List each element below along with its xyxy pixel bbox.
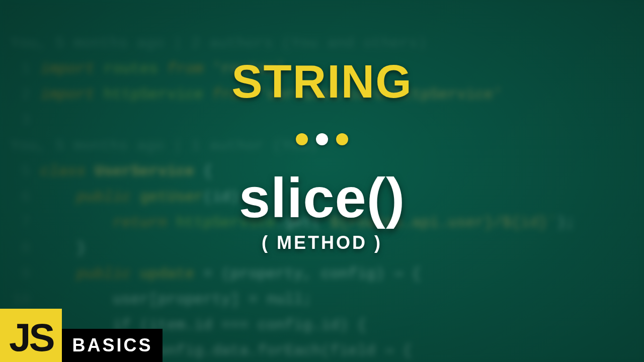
divider-dots	[296, 133, 348, 145]
title-string: STRING	[231, 55, 413, 108]
js-logo: JS	[0, 309, 62, 362]
js-basics-badge: JS BASICS	[0, 309, 163, 362]
dot-icon	[336, 133, 348, 145]
hero: STRING slice() ( METHOD )	[0, 0, 644, 362]
dot-icon	[316, 133, 328, 145]
method-name: slice()	[239, 165, 406, 230]
basics-label: BASICS	[62, 329, 163, 362]
dot-icon	[296, 133, 308, 145]
method-subtitle: ( METHOD )	[262, 232, 382, 253]
